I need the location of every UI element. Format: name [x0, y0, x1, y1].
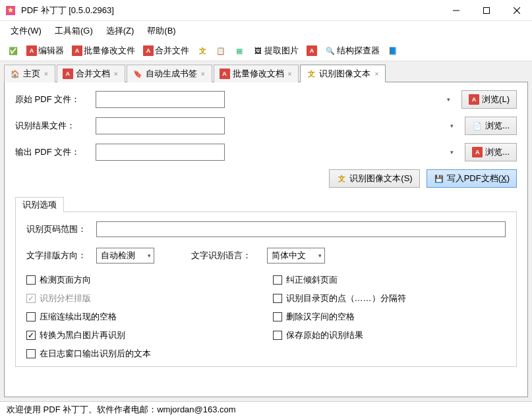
options-group-title: 识别选项 [15, 197, 64, 212]
language-value: 简体中文 [272, 250, 306, 262]
check-keep-original[interactable]: 保存原始的识别结果 [273, 329, 506, 341]
chevron-down-icon[interactable]: ▾ [446, 144, 458, 160]
check-toc-dots[interactable]: 识别目录页的点（……）分隔符 [273, 292, 506, 304]
tool-extract-images[interactable]: 🖼提取图片 [250, 43, 301, 58]
menu-select[interactable]: 选择(Z) [101, 22, 140, 40]
pdf-icon: A [472, 147, 483, 157]
menu-toolbox[interactable]: 工具箱(G) [49, 22, 98, 40]
status-text: 欢迎使用 PDF 补丁丁。软件作者电邮：wmjordan@163.com [7, 404, 236, 416]
window-title: PDF 补丁丁 [0.5.0.2963] [21, 5, 441, 16]
language-select[interactable]: 简体中文▾ [267, 248, 325, 264]
bookmark-icon: 🔖 [133, 69, 143, 79]
check-detect-orientation[interactable]: 检测页面方向 [26, 274, 260, 286]
browse-out-button[interactable]: A浏览... [465, 143, 517, 161]
result-input[interactable] [96, 117, 225, 134]
save-icon: 💾 [434, 173, 444, 184]
tab-ocr-label: 识别图像文本 [319, 68, 370, 80]
check-log-output[interactable]: 在日志窗口输出识别后的文本 [26, 348, 260, 360]
checkbox-icon [26, 275, 36, 285]
close-button[interactable] [502, 0, 532, 21]
checkbox-icon [273, 331, 282, 340]
ocr-run-button[interactable]: 文识别图像文本(S) [329, 169, 419, 188]
page-range-label: 识别页码范围： [26, 223, 91, 235]
out-pdf-label: 输出 PDF 文件： [15, 146, 89, 158]
checkbox-icon [273, 312, 282, 321]
chevron-down-icon[interactable]: ▾ [442, 92, 454, 107]
check-remove-hanzi-spaces[interactable]: 删除汉字间的空格 [273, 311, 506, 323]
chevron-down-icon: ▾ [318, 252, 322, 259]
browse-result-button[interactable]: 📄浏览... [465, 117, 517, 135]
menu-file[interactable]: 文件(W) [5, 22, 47, 40]
tool-copy-icon[interactable]: 📋 [213, 44, 229, 57]
tab-bookmark[interactable]: 🔖自动生成书签× [127, 65, 212, 82]
pdf-icon: A [220, 69, 230, 79]
browse-out-label: 浏览... [485, 146, 510, 158]
tool-merge-label: 合并文件 [155, 45, 189, 57]
checkbox-icon [273, 294, 282, 303]
checkbox-icon [26, 349, 36, 358]
tool-merge[interactable]: A合并文件 [140, 43, 192, 58]
menu-help[interactable]: 帮助(B) [142, 22, 181, 40]
write-pdf-label: 写入PDF文档(X) [447, 173, 510, 184]
ocr-icon: 文 [336, 173, 347, 184]
checkbox-icon [26, 312, 36, 321]
home-icon: 🏠 [10, 69, 20, 79]
checkbox-icon [26, 294, 36, 303]
pdf-icon: A [307, 45, 317, 56]
check-convert-bw[interactable]: 转换为黑白图片再识别 [26, 329, 260, 341]
src-pdf-input[interactable] [96, 91, 225, 108]
pdf-icon: A [63, 69, 73, 79]
result-label: 识别结果文件： [15, 120, 89, 132]
checkbox-icon [273, 275, 282, 285]
tab-merge-label: 合并文档 [76, 68, 110, 80]
tab-home-label: 主页 [23, 68, 40, 80]
tool-small-2[interactable]: A [304, 44, 320, 57]
minimize-button[interactable] [441, 0, 471, 21]
ocr-run-label: 识别图像文本(S) [349, 173, 412, 184]
tab-batch[interactable]: A批量修改文档× [214, 65, 299, 82]
text-file-icon: 📄 [472, 121, 483, 131]
tool-image-icon[interactable]: ▦ [231, 44, 247, 57]
check-compress-spaces[interactable]: 压缩连续出现的空格 [26, 311, 260, 323]
tool-batch-modify[interactable]: A批量修改文件 [69, 43, 138, 58]
tab-close-icon[interactable]: × [200, 70, 206, 78]
tab-close-icon[interactable]: × [373, 70, 380, 78]
check-correct-tilt[interactable]: 纠正倾斜页面 [273, 274, 506, 286]
out-pdf-input[interactable] [96, 144, 225, 161]
page-range-input[interactable] [96, 221, 506, 237]
image-icon: 🖼 [252, 45, 263, 56]
tab-close-icon[interactable]: × [43, 70, 49, 78]
tab-home[interactable]: 🏠主页× [4, 65, 55, 82]
ocr-icon: 文 [306, 69, 316, 79]
book-icon: 📘 [388, 45, 398, 56]
pdf-icon: A [469, 94, 479, 105]
extract-label: 提取图片 [264, 45, 299, 57]
tool-batch-label: 批量修改文件 [84, 45, 135, 57]
chevron-down-icon[interactable]: ▾ [446, 118, 458, 134]
tool-small-3[interactable]: 📘 [385, 44, 401, 57]
tab-bookmark-label: 自动生成书签 [146, 68, 197, 80]
chevron-down-icon: ▾ [148, 252, 151, 259]
ocr-small-icon: 文 [197, 45, 208, 56]
app-icon [5, 5, 16, 16]
tab-close-icon[interactable]: × [287, 70, 293, 78]
tab-close-icon[interactable]: × [113, 70, 119, 78]
check-icon: ✅ [8, 45, 18, 56]
tab-merge[interactable]: A合并文档× [57, 65, 125, 82]
tool-small-1[interactable]: ✅ [5, 44, 21, 57]
tool-ocr-icon[interactable]: 文 [194, 44, 210, 57]
copy-icon: 📋 [216, 45, 226, 56]
tab-ocr[interactable]: 文识别图像文本× [300, 65, 386, 82]
structure-label: 结构探查器 [337, 45, 380, 57]
tool-structure[interactable]: 🔍结构探查器 [322, 43, 382, 58]
structure-icon: 🔍 [325, 45, 336, 56]
layout-label: 文字排版方向： [26, 250, 91, 262]
layout-select[interactable]: 自动检测▾ [96, 248, 154, 264]
language-label: 文字识别语言： [191, 250, 251, 262]
maximize-button[interactable] [471, 0, 502, 21]
tool-editor[interactable]: A编辑器 [24, 43, 67, 58]
browse-src-button[interactable]: A浏览(L) [461, 90, 517, 109]
write-pdf-button[interactable]: 💾写入PDF文档(X) [427, 169, 517, 188]
layout-value: 自动检测 [101, 250, 135, 262]
tab-batch-label: 批量修改文档 [233, 68, 284, 80]
